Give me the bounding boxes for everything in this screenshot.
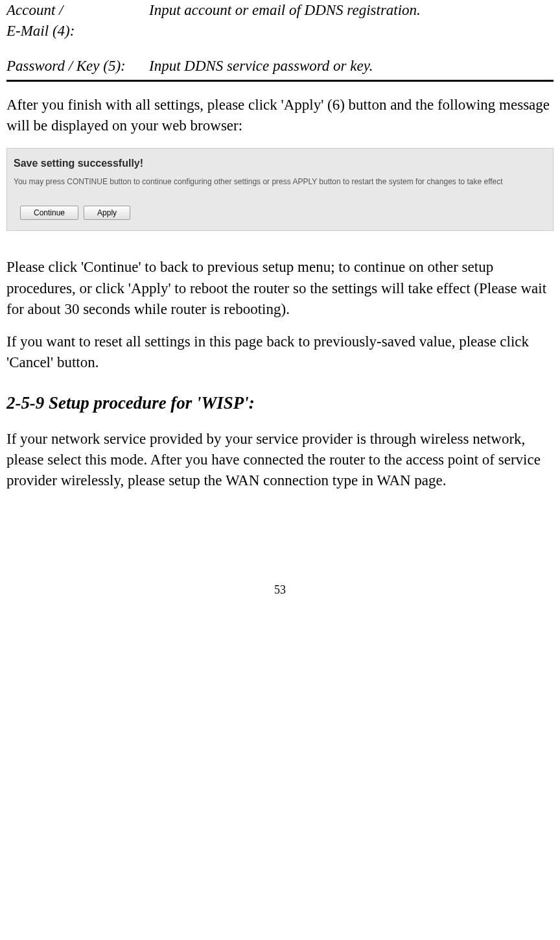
continue-button[interactable]: Continue: [20, 206, 78, 220]
table-desc-account: Input account or email of DDNS registrat…: [149, 0, 554, 42]
table-row-password: Password / Key (5): Input DDNS service p…: [6, 56, 554, 77]
paragraph-continue: Please click 'Continue' to back to previ…: [6, 257, 554, 320]
paragraph-cancel: If you want to reset all settings in thi…: [6, 331, 554, 373]
paragraph-after-settings: After you finish with all settings, plea…: [6, 95, 554, 136]
save-title: Save setting successfully!: [7, 149, 553, 176]
table-row-account: Account / E-Mail (4): Input account or e…: [6, 0, 554, 42]
table-label-password: Password / Key (5):: [6, 56, 149, 77]
paragraph-wisp: If your network service provided by your…: [6, 429, 554, 492]
button-row: Continue Apply: [7, 200, 553, 230]
apply-button[interactable]: Apply: [84, 206, 130, 220]
table-label-account: Account / E-Mail (4):: [6, 0, 149, 42]
label-account-line2: E-Mail (4):: [6, 23, 75, 39]
divider: [6, 80, 554, 82]
section-heading-wisp: 2-5-9 Setup procedure for 'WISP':: [6, 391, 554, 416]
page-number: 53: [6, 582, 554, 598]
save-desc: You may press CONTINUE button to continu…: [7, 176, 553, 200]
table-desc-password: Input DDNS service password or key.: [149, 56, 554, 77]
screenshot-save-success: Save setting successfully! You may press…: [6, 148, 554, 231]
label-account-line1: Account /: [6, 2, 64, 18]
